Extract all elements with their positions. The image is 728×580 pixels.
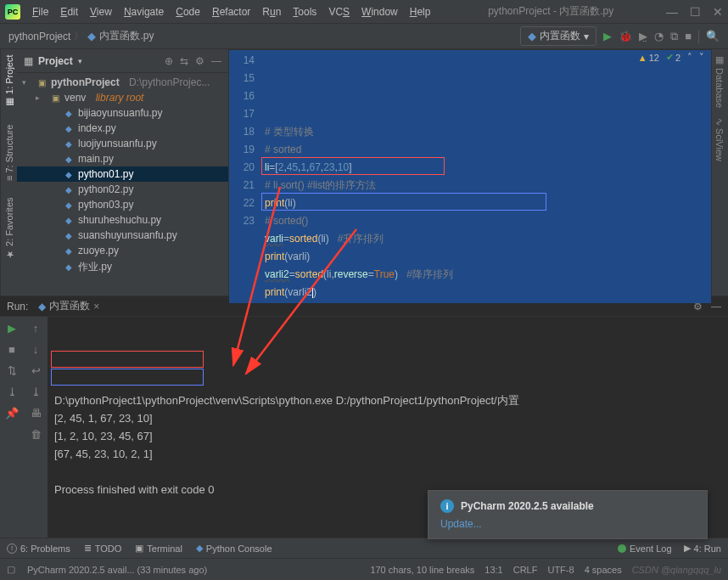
python-file-icon: ◆ bbox=[63, 153, 75, 165]
tool-tab-structure[interactable]: ≡ 7: Structure bbox=[4, 125, 14, 181]
editor-body[interactable]: ▲12 ✔2 ˄˅ 14151617181920212223 # 类型转换# s… bbox=[229, 50, 711, 303]
menu-run[interactable]: Run bbox=[257, 4, 286, 20]
menu-navigate[interactable]: Navigate bbox=[119, 4, 169, 20]
up-button[interactable]: ↑ bbox=[33, 322, 39, 335]
breadcrumb-project[interactable]: pythonProject bbox=[8, 31, 70, 42]
status-chars: 170 chars, 10 line breaks bbox=[370, 565, 474, 575]
project-panel-title[interactable]: Project bbox=[38, 55, 73, 67]
nav-bar: pythonProject 〉 ◆ 内置函数.py ◆ 内置函数 ▾ ▶ 🐞 ▶… bbox=[0, 24, 728, 49]
stop-button[interactable]: ■ bbox=[685, 30, 692, 42]
editor-area: ‹ ◆引用.py×◆匿名函数.py×◆递归函数.py×◆内置函数.py×◆列表.… bbox=[229, 49, 711, 296]
tab-run[interactable]: ▶ 4: Run bbox=[684, 543, 721, 554]
inspection-chevron-icon[interactable]: ˄ bbox=[687, 52, 692, 63]
menu-vcs[interactable]: VCS bbox=[323, 4, 355, 20]
info-icon: i bbox=[440, 499, 454, 513]
python-file-icon: ◆ bbox=[87, 30, 96, 42]
update-notification[interactable]: iPyCharm 2020.2.5 available Update... bbox=[428, 490, 708, 539]
tree-file[interactable]: ◆shuruheshuchu.py bbox=[17, 212, 228, 228]
tab-python-console[interactable]: ◆ Python Console bbox=[196, 543, 272, 554]
rerun-button[interactable]: ▶ bbox=[8, 322, 16, 335]
tab-problems[interactable]: !6: Problems bbox=[7, 543, 70, 554]
folder-icon: ▣ bbox=[36, 76, 48, 88]
menu-tools[interactable]: Tools bbox=[288, 4, 322, 20]
soft-wrap-button[interactable]: ↩ bbox=[31, 364, 41, 377]
tree-venv[interactable]: ▸▣ venv library root bbox=[17, 90, 228, 105]
tree-file[interactable]: ◆index.py bbox=[17, 121, 228, 136]
python-icon: ◆ bbox=[528, 30, 536, 42]
python-file-icon: ◆ bbox=[63, 183, 75, 195]
hide-icon[interactable]: — bbox=[711, 301, 721, 313]
menu-window[interactable]: Window bbox=[356, 4, 403, 20]
clear-button[interactable]: 🗑 bbox=[31, 428, 42, 441]
inspection-warnings[interactable]: 12 bbox=[649, 53, 659, 63]
coverage-button[interactable]: ▶̤ bbox=[639, 30, 647, 42]
menu-view[interactable]: View bbox=[85, 4, 117, 20]
menu-code[interactable]: Code bbox=[171, 4, 205, 20]
run-panel-title: Run: bbox=[7, 301, 28, 313]
close-button[interactable]: ✕ bbox=[713, 5, 723, 19]
tree-file[interactable]: ◆python01.py bbox=[17, 166, 228, 182]
run-config-selector[interactable]: ◆ 内置函数 ▾ bbox=[520, 26, 596, 46]
status-encoding[interactable]: UTF-8 bbox=[547, 565, 574, 575]
status-icon[interactable]: ▢ bbox=[7, 564, 15, 575]
pin-button[interactable]: 📌 bbox=[5, 407, 19, 420]
bottom-tool-tabs: !6: Problems ≣ TODO ▣ Terminal ◆ Python … bbox=[0, 538, 728, 558]
menu-edit[interactable]: Edit bbox=[55, 4, 83, 20]
run-tab[interactable]: ◆ 内置函数 × bbox=[33, 297, 104, 315]
python-file-icon: ◆ bbox=[63, 199, 75, 211]
menu-refactor[interactable]: Refactor bbox=[207, 4, 255, 20]
run-button[interactable]: ▶ bbox=[603, 30, 612, 42]
close-icon[interactable]: × bbox=[93, 301, 99, 313]
tool-tab-project[interactable]: ▦ 1: Project bbox=[3, 54, 14, 108]
tool-tab-favorites[interactable]: ★ 2: Favorites bbox=[3, 198, 14, 261]
main-menu: File Edit View Navigate Code Refactor Ru… bbox=[27, 4, 435, 20]
gear-icon[interactable]: ⚙ bbox=[195, 55, 204, 67]
inspection-chevron-icon[interactable]: ˅ bbox=[699, 52, 704, 63]
status-position[interactable]: 13:1 bbox=[484, 565, 502, 575]
code-area[interactable]: # 类型转换# sortedli=[2,45,1,67,23,10]# li.s… bbox=[261, 50, 711, 303]
project-tree[interactable]: ▾▣ pythonProject D:\pythonProjec... ▸▣ v… bbox=[17, 73, 228, 296]
inspection-hints[interactable]: 2 bbox=[675, 53, 680, 63]
tree-file[interactable]: ◆bijiaoyunsuanfu.py bbox=[17, 105, 228, 121]
breadcrumb-file[interactable]: 内置函数.py bbox=[99, 29, 154, 43]
menu-file[interactable]: File bbox=[27, 4, 53, 20]
tool-tab-sciview[interactable]: ∿ SciView bbox=[714, 118, 725, 161]
tab-todo[interactable]: ≣ TODO bbox=[84, 543, 122, 554]
status-message[interactable]: PyCharm 2020.2.5 avail... (33 minutes ag… bbox=[27, 565, 207, 575]
debug-button[interactable]: 🐞 bbox=[619, 30, 632, 42]
locate-icon[interactable]: ⊕ bbox=[165, 55, 173, 67]
tab-terminal[interactable]: ▣ Terminal bbox=[135, 543, 182, 554]
tree-file[interactable]: ◆suanshuyunsuanfu.py bbox=[17, 228, 228, 243]
python-file-icon: ◆ bbox=[63, 229, 75, 241]
tree-file[interactable]: ◆python03.py bbox=[17, 197, 228, 212]
tree-file[interactable]: ◆zuoye.py bbox=[17, 243, 228, 258]
python-file-icon: ◆ bbox=[63, 262, 75, 273]
maximize-button[interactable]: ☐ bbox=[690, 5, 701, 19]
chevron-down-icon[interactable]: ▾ bbox=[78, 57, 82, 65]
profile-button[interactable]: ◔ bbox=[654, 30, 664, 42]
tab-event-log[interactable]: Event Log bbox=[618, 543, 672, 554]
search-everywhere-button[interactable]: 🔍 bbox=[706, 30, 720, 42]
tree-file[interactable]: ◆main.py bbox=[17, 151, 228, 166]
tree-root[interactable]: ▾▣ pythonProject D:\pythonProjec... bbox=[17, 75, 228, 90]
print-button[interactable]: 🖶 bbox=[31, 407, 42, 420]
exit-button[interactable]: ⤓ bbox=[8, 386, 17, 398]
concurrency-button[interactable]: ⧉ bbox=[670, 30, 678, 43]
minimize-button[interactable]: — bbox=[666, 5, 678, 19]
tree-file[interactable]: ◆luojiyunsuanfu.py bbox=[17, 136, 228, 151]
stop-button[interactable]: ■ bbox=[8, 343, 15, 356]
tree-file[interactable]: ◆python02.py bbox=[17, 182, 228, 197]
tree-file[interactable]: ◆作业.py bbox=[17, 258, 228, 276]
hide-icon[interactable]: — bbox=[211, 55, 221, 67]
gutter[interactable]: 14151617181920212223 bbox=[229, 50, 261, 303]
update-link[interactable]: Update... bbox=[440, 518, 482, 530]
status-eol[interactable]: CRLF bbox=[513, 565, 538, 575]
status-indent[interactable]: 4 spaces bbox=[585, 565, 622, 575]
menu-help[interactable]: Help bbox=[405, 4, 436, 20]
tool-tab-database[interactable]: ▦ Database bbox=[714, 54, 725, 108]
layout-button[interactable]: ⇅ bbox=[8, 364, 17, 377]
scroll-end-button[interactable]: ⤓ bbox=[31, 386, 41, 398]
down-button[interactable]: ↓ bbox=[33, 343, 39, 356]
expand-icon[interactable]: ⇆ bbox=[180, 55, 188, 67]
python-file-icon: ◆ bbox=[63, 107, 75, 119]
